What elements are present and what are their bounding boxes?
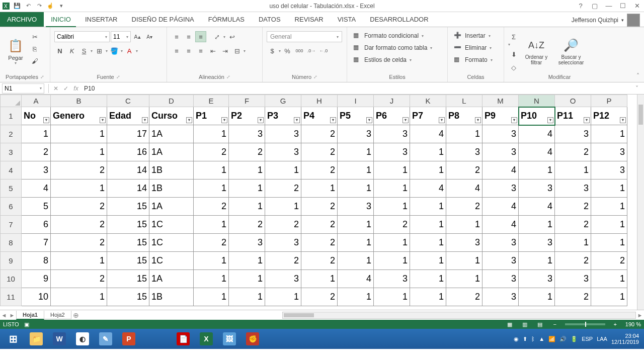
underline-button[interactable]: S [78,45,90,56]
new-sheet-icon[interactable]: ⊕ [71,311,81,319]
cell[interactable]: 3 [265,234,301,252]
border-icon[interactable]: ⊞ [94,45,105,56]
system-tray[interactable]: ◉ ⬆ ᛒ ▲ 📶 🔊 🔋 ESP LAA 23:04 12/11/2019 [514,333,642,345]
cell[interactable]: 1 [410,270,446,288]
cell[interactable]: 1 [338,234,374,252]
column-header[interactable]: C [107,95,149,107]
cell[interactable]: 2 [374,216,410,234]
cell[interactable]: 3 [482,288,519,306]
cell[interactable]: 1 [374,234,410,252]
powerpoint-icon[interactable]: P [118,331,140,347]
cell[interactable]: 1 [410,216,446,234]
row-header[interactable]: 4 [1,161,22,179]
filter-icon[interactable]: ▾ [142,117,148,123]
tray-icon[interactable]: ⬆ [523,336,527,342]
cell[interactable]: 2 [301,143,338,161]
column-header[interactable]: P [591,95,627,107]
cell[interactable]: 17 [107,125,149,143]
zoom-out-icon[interactable]: − [550,321,560,327]
cell[interactable]: P5▾ [338,107,374,125]
horizontal-scrollbar[interactable] [282,312,636,319]
touch-icon[interactable]: ☝ [46,2,54,10]
cell[interactable]: 2 [51,234,107,252]
cell[interactable]: 1 [374,252,410,270]
cell[interactable]: 15 [107,270,149,288]
cell[interactable]: 1 [374,161,410,179]
bold-button[interactable]: N [54,45,65,56]
filter-icon[interactable]: ▾ [620,117,626,123]
cell[interactable]: 4 [482,216,519,234]
cell[interactable]: P12▾ [591,107,627,125]
undo-icon[interactable]: ↶ [24,2,32,10]
column-header[interactable]: B [51,95,107,107]
cell[interactable]: 4 [338,270,374,288]
font-size-combo[interactable]: 11▾ [111,31,131,42]
cell[interactable]: Edad▾ [107,107,149,125]
cell[interactable]: 2 [591,252,627,270]
cell[interactable]: 3 [374,270,410,288]
column-header[interactable]: A [22,95,51,107]
cell[interactable]: 1 [51,288,107,306]
decrease-indent-icon[interactable]: ⇤ [207,45,218,56]
cell[interactable]: 1 [338,288,374,306]
cell[interactable]: 15 [107,216,149,234]
pdf-icon[interactable]: 📄 [172,331,194,347]
cell[interactable]: 1A [149,270,194,288]
column-header[interactable]: I [338,95,374,107]
cell[interactable]: 3 [519,270,555,288]
cell[interactable]: 1A [149,198,194,216]
cell[interactable]: P11▾ [555,107,591,125]
cell[interactable]: 3 [482,179,519,198]
increase-font-icon[interactable]: A▴ [132,31,143,42]
sheet-tab-hoja1[interactable]: Hoja1 [16,311,44,320]
cell[interactable]: 1 [194,252,229,270]
cell[interactable]: 1 [591,198,627,216]
cell[interactable]: Genero▾ [51,107,107,125]
fill-icon[interactable]: ⬇ [508,49,519,60]
cell[interactable]: 2 [446,198,482,216]
filter-icon[interactable]: ▾ [221,117,227,123]
cell[interactable]: 2 [301,252,338,270]
cell[interactable]: 3 [22,161,51,179]
cell[interactable]: 1 [519,288,555,306]
cell[interactable]: 1 [374,288,410,306]
row-header[interactable]: 11 [1,288,22,306]
merge-icon[interactable]: ⊟ [231,45,243,56]
align-right-icon[interactable]: ≡ [195,45,206,56]
cell[interactable]: 4 [519,198,555,216]
filter-icon[interactable]: ▾ [366,117,372,123]
tray-icon[interactable]: ▲ [539,336,544,342]
filter-icon[interactable]: ▾ [294,117,300,123]
cell[interactable]: 3 [265,270,301,288]
cell[interactable]: 1 [519,161,555,179]
tab-archivo[interactable]: ARCHIVO [0,12,44,27]
autosum-icon[interactable]: Σ [508,31,519,42]
align-bottom-icon[interactable]: ≡ [195,31,206,42]
cell[interactable]: 2 [51,216,107,234]
cell[interactable]: 2 [301,125,338,143]
fx-icon[interactable]: fx [71,83,81,94]
row-header[interactable]: 5 [1,179,22,198]
cell[interactable]: 2 [51,198,107,216]
cell[interactable]: 2 [301,161,338,179]
italic-button[interactable]: K [66,45,77,56]
cell[interactable]: 4 [22,179,51,198]
cell[interactable]: 2 [194,198,229,216]
app-icon[interactable]: ✊ [242,331,264,347]
row-header[interactable]: 7 [1,216,22,234]
cell[interactable]: 1 [410,143,446,161]
cell[interactable]: 1 [338,252,374,270]
cell[interactable]: P3▾ [265,107,301,125]
cell[interactable]: P6▾ [374,107,410,125]
column-header[interactable]: L [446,95,482,107]
filter-icon[interactable]: ▾ [584,117,590,123]
sort-filter-button[interactable]: A↓Z Ordenar y filtrar [521,29,551,72]
column-header[interactable]: G [265,95,301,107]
conditional-formatting-button[interactable]: ▦Formato condicional▾ [351,30,434,41]
cell[interactable]: 2 [229,216,265,234]
notepad-icon[interactable]: ✎ [95,331,117,347]
cell[interactable]: 16 [107,143,149,161]
cell[interactable]: 1 [410,252,446,270]
cell[interactable]: 1 [410,161,446,179]
currency-icon[interactable]: $ [267,45,278,56]
